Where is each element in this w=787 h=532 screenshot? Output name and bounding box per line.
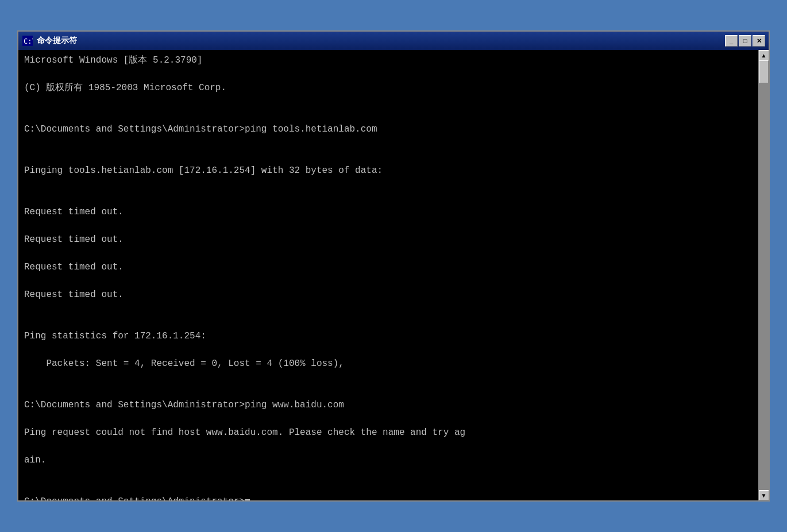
terminal-line: ain.	[24, 453, 753, 467]
scroll-down-button[interactable]: ▼	[759, 490, 769, 500]
terminal-line: Ping statistics for 172.16.1.254:	[24, 329, 753, 343]
window-body: Microsoft Windows [版本 5.2.3790] (C) 版权所有…	[18, 50, 769, 500]
terminal-line: Request timed out.	[24, 205, 753, 219]
terminal-line: C:\Documents and Settings\Administrator>…	[24, 122, 753, 136]
scroll-track	[759, 60, 769, 490]
cmd-window: C:\ 命令提示符 _ □ ✕ Microsoft Windows [版本 5.…	[17, 30, 770, 502]
terminal-line: Ping request could not find host www.bai…	[24, 426, 753, 440]
scroll-up-button[interactable]: ▲	[759, 50, 769, 60]
window-controls: _ □ ✕	[725, 35, 765, 47]
terminal-line: C:\Documents and Settings\Administrator>	[24, 495, 753, 500]
title-bar: C:\ 命令提示符 _ □ ✕	[18, 32, 769, 50]
terminal-line: Request timed out.	[24, 260, 753, 274]
terminal-line: Packets: Sent = 4, Received = 0, Lost = …	[24, 357, 753, 371]
terminal-line: C:\Documents and Settings\Administrator>…	[24, 398, 753, 412]
terminal-line: Microsoft Windows [版本 5.2.3790]	[24, 53, 753, 67]
terminal-line: Request timed out.	[24, 288, 753, 302]
cursor	[245, 499, 250, 500]
terminal-line: (C) 版权所有 1985-2003 Microsoft Corp.	[24, 81, 753, 95]
terminal-line: Request timed out.	[24, 233, 753, 246]
maximize-button[interactable]: □	[739, 35, 751, 47]
svg-text:C:\: C:\	[24, 37, 33, 45]
terminal-output[interactable]: Microsoft Windows [版本 5.2.3790] (C) 版权所有…	[18, 50, 758, 500]
close-button[interactable]: ✕	[753, 35, 765, 47]
minimize-button[interactable]: _	[725, 35, 738, 47]
scrollbar[interactable]: ▲ ▼	[758, 50, 769, 500]
terminal-line: Pinging tools.hetianlab.com [172.16.1.25…	[24, 164, 753, 178]
scroll-thumb[interactable]	[759, 60, 769, 83]
cmd-icon: C:\	[22, 35, 33, 47]
window-title: 命令提示符	[37, 36, 725, 46]
